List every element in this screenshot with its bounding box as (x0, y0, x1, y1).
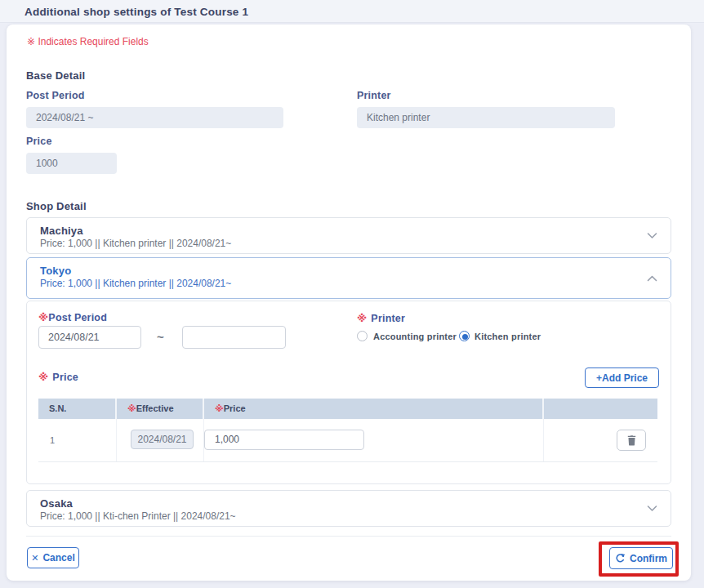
col-effective-period: ※Effective Period (117, 399, 204, 419)
required-mark: ※ (38, 312, 48, 323)
col-sn: S.N. (38, 399, 117, 419)
chevron-down-icon (647, 232, 657, 239)
row-price-input[interactable]: 1,000 (204, 430, 364, 450)
row-price-cell: 1,000 (204, 419, 544, 461)
page-header: Additional shop settings of Test Course … (0, 0, 704, 23)
accordion-tokyo[interactable]: Tokyo Price: 1,000 || Kitchen printer ||… (26, 257, 671, 299)
price-field: 1000 (26, 153, 117, 174)
shop-detail-heading: Shop Detail (26, 200, 87, 212)
post-period-label: Post Period (26, 90, 85, 101)
required-mark: ※ (38, 372, 48, 383)
col-actions (544, 399, 657, 419)
row-actions-cell (544, 419, 657, 461)
printer-field: Kitchen printer (357, 107, 615, 128)
radio-kitchen-printer[interactable] (459, 331, 470, 341)
chevron-down-icon (647, 505, 657, 512)
row-sn: 1 (38, 419, 117, 461)
radio-accounting-printer[interactable] (357, 331, 368, 341)
confirm-button[interactable]: Confirm (609, 547, 673, 569)
shop-summary: Price: 1,000 || Kti-chen Printer || 2024… (40, 510, 236, 522)
shop-name: Tokyo (40, 265, 71, 277)
add-price-button[interactable]: +Add Price (585, 368, 659, 388)
shop-name: Osaka (40, 497, 73, 510)
cancel-button[interactable]: ✕ Cancel (27, 547, 79, 568)
base-detail-heading: Base Detail (26, 69, 85, 82)
chevron-up-icon (647, 274, 657, 282)
required-mark: ※ (357, 313, 367, 324)
row-effective-period-cell: 2024/08/21 (117, 419, 204, 461)
panel-post-period-end-input[interactable] (182, 326, 286, 349)
effective-period-date-field[interactable]: 2024/08/21 (131, 430, 194, 449)
shop-summary: Price: 1,000 || Kitchen printer || 2024/… (40, 238, 231, 249)
price-table-header: S.N. ※Effective Period ※Price (38, 399, 657, 419)
page: Additional shop settings of Test Course … (0, 0, 704, 588)
period-separator: ~ (157, 330, 164, 344)
price-table: S.N. ※Effective Period ※Price 1 2024/08/… (38, 399, 657, 462)
price-table-row: 1 2024/08/21 1,000 (38, 419, 657, 462)
refresh-clockwise-icon (615, 553, 626, 564)
post-period-field: 2024/08/21 ~ (26, 107, 283, 128)
panel-price-label: ※Price (38, 371, 78, 383)
radio-accounting-printer-label[interactable]: Accounting printer (373, 332, 457, 341)
page-title: Additional shop settings of Test Course … (25, 6, 248, 18)
accordion-osaka[interactable]: Osaka Price: 1,000 || Kti-chen Printer |… (26, 490, 671, 527)
shop-summary: Price: 1,000 || Kitchen printer || 2024/… (40, 278, 231, 289)
footer-divider (26, 536, 671, 537)
trash-icon (627, 435, 636, 446)
price-label: Price (26, 136, 52, 147)
col-price: ※Price (204, 399, 544, 419)
printer-label: Printer (357, 90, 391, 101)
delete-row-button[interactable] (617, 430, 646, 451)
confirm-button-label: Confirm (630, 553, 667, 564)
panel-post-period-start-input[interactable]: 2024/08/21 (38, 326, 141, 349)
cancel-button-label: Cancel (42, 552, 74, 564)
required-fields-note: ※ Indicates Required Fields (27, 36, 149, 47)
x-icon: ✕ (31, 553, 38, 564)
accordion-machiya[interactable]: Machiya Price: 1,000 || Kitchen printer … (26, 217, 671, 254)
panel-printer-label: ※Printer (357, 312, 405, 324)
radio-kitchen-printer-label[interactable]: Kitchen printer (475, 332, 541, 341)
shop-name: Machiya (40, 225, 83, 237)
panel-post-period-label: ※Post Period (38, 311, 107, 323)
